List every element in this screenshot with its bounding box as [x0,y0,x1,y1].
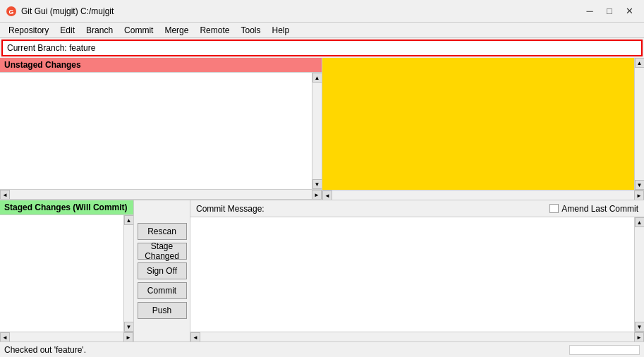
rescan-button[interactable]: Rescan [138,223,187,240]
current-branch-label: Current Branch: feature [7,43,95,53]
menu-tools[interactable]: Tools [235,23,266,37]
sign-off-button[interactable]: Sign Off [138,262,187,279]
commit-button[interactable]: Commit [138,282,187,299]
staged-scroll-up[interactable]: ▲ [124,215,134,225]
commit-scroll-track [636,227,644,322]
staged-vscroll: ▲ ▼ [123,215,133,332]
unstaged-panel: Unstaged Changes ▲ ▼ ◄ ► [0,58,322,200]
unstaged-header: Unstaged Changes [0,58,322,73]
staged-scroll-track [125,225,133,322]
unstaged-scroll-track [313,83,322,179]
menu-bar: Repository Edit Branch Commit Merge Remo… [0,23,644,38]
diff-view-top[interactable] [322,58,634,190]
title-bar-text: Git Gui (mujgit) C:/mujgit [21,6,581,16]
push-button[interactable]: Push [138,302,187,319]
diff-scroll-track-top [636,68,644,180]
unstaged-hscroll-track [10,190,312,199]
commit-hscroll: ◄ ► [190,332,644,341]
diff-hscroll-top: ◄ ► [322,190,644,200]
title-bar-controls: ─ □ ✕ [581,4,638,18]
close-button[interactable]: ✕ [620,4,638,18]
staged-header: Staged Changes (Will Commit) [0,200,133,215]
svg-text:G: G [8,8,13,16]
unstaged-scroll-up[interactable]: ▲ [312,73,322,83]
commit-panel: Commit Message: Amend Last Commit ▲ ▼ ◄ … [190,200,644,341]
action-buttons-panel: Rescan Stage Changed Sign Off Commit Pus… [134,200,190,341]
amend-checkbox[interactable] [549,204,559,213]
commit-hscroll-track [200,332,634,341]
menu-edit[interactable]: Edit [54,23,80,37]
diff-vscroll-top: ▲ ▼ [634,58,644,190]
commit-scroll-up[interactable]: ▲ [635,217,645,227]
unstaged-scroll-left[interactable]: ◄ [0,190,10,200]
diff-scroll-right[interactable]: ► [634,190,644,200]
amend-section: Amend Last Commit [549,204,638,214]
stage-changed-button[interactable]: Stage Changed [138,243,187,260]
amend-label: Amend Last Commit [561,204,638,214]
unstaged-hscroll: ◄ ► [0,189,322,199]
commit-scroll-left[interactable]: ◄ [190,332,200,341]
staged-file-list[interactable] [0,215,123,332]
diff-panel-top: ▲ ▼ ◄ ► [322,58,644,200]
staged-scroll-right[interactable]: ► [123,332,133,341]
unstaged-file-list[interactable] [0,73,312,189]
menu-commit[interactable]: Commit [119,23,159,37]
diff-scroll-down[interactable]: ▼ [635,180,645,190]
app-icon: G [6,6,17,17]
bottom-section: Staged Changes (Will Commit) ▲ ▼ ◄ ► Res… [0,200,644,341]
commit-scroll-right[interactable]: ► [634,332,644,341]
title-bar: G Git Gui (mujgit) C:/mujgit ─ □ ✕ [0,0,644,23]
unstaged-scroll-down[interactable]: ▼ [312,179,322,189]
unstaged-scroll-right[interactable]: ► [312,190,322,200]
maximize-button[interactable]: □ [600,4,619,18]
menu-remote[interactable]: Remote [194,23,235,37]
top-section: Unstaged Changes ▲ ▼ ◄ ► ▲ [0,58,644,200]
commit-message-label: Commit Message: [196,204,265,214]
staged-scroll-down[interactable]: ▼ [124,322,134,332]
status-bar: Checked out 'feature'. [0,341,644,357]
minimize-button[interactable]: ─ [581,4,599,18]
branch-bar: Current Branch: feature [1,40,643,56]
menu-branch[interactable]: Branch [80,23,119,37]
status-text: Checked out 'feature'. [4,345,86,355]
status-progress [569,345,640,355]
main-content: Unstaged Changes ▲ ▼ ◄ ► ▲ [0,58,644,341]
commit-header: Commit Message: Amend Last Commit [190,200,644,217]
diff-scroll-up[interactable]: ▲ [635,58,645,68]
menu-repository[interactable]: Repository [3,23,54,37]
menu-help[interactable]: Help [266,23,295,37]
diff-hscroll-track [332,190,634,200]
menu-merge[interactable]: Merge [159,23,194,37]
unstaged-vscroll: ▲ ▼ [312,73,322,189]
staged-panel: Staged Changes (Will Commit) ▲ ▼ ◄ ► [0,200,134,341]
diff-scroll-left[interactable]: ◄ [322,190,332,200]
commit-vscroll: ▲ ▼ [634,217,644,332]
staged-hscroll-track [10,332,123,341]
staged-scroll-left[interactable]: ◄ [0,332,10,341]
commit-scroll-down[interactable]: ▼ [635,322,645,332]
staged-hscroll: ◄ ► [0,332,133,341]
commit-message-input[interactable] [190,217,634,332]
